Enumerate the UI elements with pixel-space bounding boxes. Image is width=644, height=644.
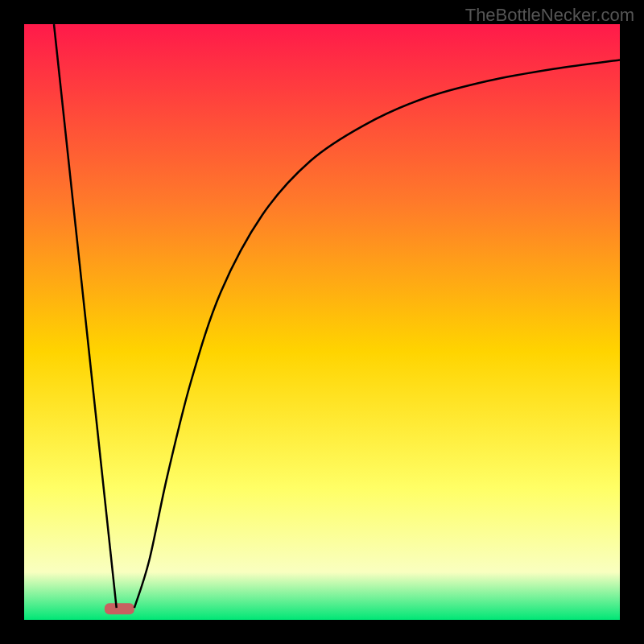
watermark-text: TheBottleNecker.com bbox=[465, 5, 634, 26]
chart-plot-area bbox=[24, 24, 620, 620]
gradient-background bbox=[24, 24, 620, 620]
chart-svg bbox=[24, 24, 620, 620]
bottleneck-marker bbox=[105, 603, 134, 614]
